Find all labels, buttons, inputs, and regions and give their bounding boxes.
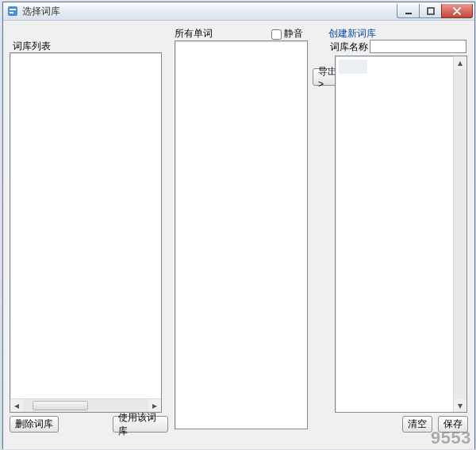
- dialog-window: 选择词库 词库列表 所有单词 静音 创建新词库 词库名称 ◂: [2, 2, 475, 449]
- scroll-track[interactable]: [454, 69, 466, 399]
- scroll-down-arrow-icon[interactable]: ▾: [454, 399, 466, 412]
- create-new-link[interactable]: 创建新词库: [328, 27, 376, 40]
- scroll-thumb[interactable]: [33, 401, 88, 410]
- title-bar[interactable]: 选择词库: [3, 2, 474, 21]
- mute-label: 静音: [284, 27, 303, 40]
- svg-rect-2: [10, 12, 13, 13]
- v-scrollbar[interactable]: ▴ ▾: [453, 56, 466, 412]
- wordlist-label: 词库列表: [13, 40, 51, 53]
- dialog-body: 词库列表 所有单词 静音 创建新词库 词库名称 ◂ ▸ 导出>: [3, 21, 474, 449]
- svg-rect-1: [10, 9, 16, 10]
- h-scrollbar[interactable]: ◂ ▸: [10, 398, 161, 412]
- app-icon: [6, 5, 19, 17]
- maximize-button[interactable]: [419, 4, 441, 18]
- right-panel[interactable]: ▴ ▾: [335, 56, 467, 413]
- use-store-button[interactable]: 使用该词库: [113, 416, 168, 433]
- all-words-panel[interactable]: [175, 40, 308, 429]
- delete-store-button[interactable]: 删除词库: [10, 416, 59, 433]
- svg-rect-4: [428, 8, 434, 14]
- mute-checkbox[interactable]: [271, 29, 282, 40]
- scroll-up-arrow-icon[interactable]: ▴: [454, 56, 466, 69]
- scroll-left-arrow-icon[interactable]: ◂: [10, 399, 23, 412]
- store-name-label: 词库名称: [328, 40, 368, 54]
- close-button[interactable]: [441, 4, 473, 18]
- svg-rect-3: [405, 13, 412, 14]
- save-button[interactable]: 保存: [438, 416, 468, 433]
- window-title: 选择词库: [22, 5, 397, 18]
- clear-button[interactable]: 清空: [402, 416, 432, 433]
- wordlist-panel[interactable]: ◂ ▸: [10, 52, 162, 413]
- mute-checkbox-row[interactable]: 静音: [271, 27, 303, 40]
- panel-item-placeholder: [339, 60, 367, 74]
- store-name-input[interactable]: [370, 40, 466, 53]
- minimize-button[interactable]: [397, 4, 419, 18]
- svg-rect-0: [8, 6, 17, 16]
- all-words-label: 所有单词: [175, 27, 213, 40]
